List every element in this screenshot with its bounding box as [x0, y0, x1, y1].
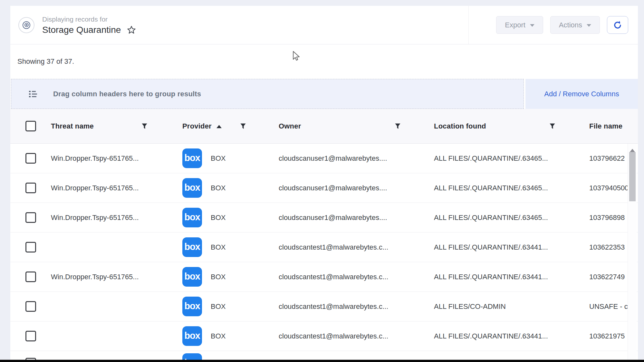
- column-header-owner[interactable]: Owner: [279, 122, 301, 130]
- column-header-threat-name[interactable]: Threat name: [51, 122, 94, 130]
- table-body: Win.Dropper.Tspy-651765... boxBOX clouds…: [10, 144, 638, 360]
- vertical-scrollbar[interactable]: [628, 144, 637, 360]
- box-logo-icon: box: [182, 353, 202, 360]
- row-checkbox[interactable]: [25, 301, 36, 312]
- panel-header: Displaying records for Storage Quarantin…: [10, 6, 638, 44]
- favorite-star-icon[interactable]: [127, 25, 136, 35]
- refresh-button[interactable]: [607, 16, 628, 34]
- provider-name: BOX: [211, 184, 226, 192]
- sort-ascending-icon: [216, 125, 222, 128]
- column-header-provider[interactable]: Provider: [182, 122, 212, 130]
- provider-name: BOX: [211, 273, 226, 281]
- column-header-location-found[interactable]: Location found: [434, 122, 486, 130]
- title-group: Displaying records for Storage Quarantin…: [18, 15, 136, 35]
- box-logo-icon: box: [182, 148, 202, 168]
- threat-name: Win.Dropper.Tspy-651765...: [51, 273, 139, 281]
- actions-label: Actions: [559, 21, 582, 29]
- file-name: 103622749: [589, 273, 625, 281]
- row-checkbox[interactable]: [25, 272, 36, 282]
- owner: cloudscanuser1@malwarebytes....: [279, 154, 387, 163]
- export-button[interactable]: Export: [496, 16, 543, 34]
- box-logo-icon: box: [182, 208, 202, 227]
- row-checkbox[interactable]: [25, 153, 36, 164]
- provider-name: BOX: [211, 302, 226, 311]
- threat-name: Win.Dropper.Tspy-651765...: [51, 184, 139, 192]
- table-row[interactable]: Win.Dropper.Tspy-651765... boxBOX clouds…: [10, 203, 638, 233]
- group-bar: Drag column headers here to group result…: [10, 79, 638, 109]
- filter-icon[interactable]: [549, 122, 556, 130]
- header-divider: [468, 6, 469, 44]
- owner: cloudscanuser1@malwarebytes....: [279, 184, 387, 192]
- file-name: UNSAFE - c: [589, 302, 628, 311]
- row-checkbox[interactable]: [25, 242, 36, 252]
- table-row[interactable]: Win.Dropper.Tspy-651765... boxBOX clouds…: [10, 144, 638, 173]
- actions-button[interactable]: Actions: [550, 16, 600, 34]
- filter-icon[interactable]: [239, 122, 247, 130]
- table-row[interactable]: Win.Dropper.Tspy-651765... boxBOX clouds…: [10, 173, 638, 203]
- location-found: ALL FILES/.QUARANTINE/.63465...: [434, 214, 548, 222]
- threat-name: Win.Dropper.Tspy-651765...: [51, 154, 139, 163]
- table-row[interactable]: boxBOX cloudscantest1@malwarebytes.c... …: [10, 233, 638, 262]
- table-header-row: Threat name Provider Owner Location foun…: [10, 109, 638, 144]
- location-found: ALL FILES/.QUARANTINE/.63441...: [434, 273, 548, 281]
- select-all-checkbox[interactable]: [25, 121, 36, 131]
- provider-name: BOX: [211, 214, 226, 222]
- row-checkbox[interactable]: [25, 331, 36, 341]
- record-count: Showing 37 of 37.: [17, 57, 74, 66]
- refresh-icon: [613, 20, 622, 30]
- location-found: ALL FILES/.QUARANTINE/.63441...: [434, 332, 548, 340]
- row-checkbox[interactable]: [25, 183, 36, 193]
- file-name: 103796622: [589, 154, 625, 163]
- chevron-down-icon: [587, 24, 591, 27]
- file-name: 1037940500: [589, 184, 629, 192]
- box-logo-icon: box: [182, 237, 202, 257]
- threat-name: Win.Dropper.Tspy-651765...: [51, 214, 139, 222]
- export-label: Export: [505, 21, 525, 29]
- owner: cloudscantest1@malwarebytes.c...: [279, 332, 388, 340]
- location-found: ALL FILES/CO-ADMIN: [434, 302, 506, 311]
- provider-name: BOX: [211, 332, 226, 340]
- filter-icon[interactable]: [394, 122, 401, 130]
- file-name: 103796898: [589, 214, 625, 222]
- box-logo-icon: box: [182, 326, 202, 346]
- provider-name: BOX: [211, 243, 226, 252]
- location-found: ALL FILES/.QUARANTINE/.63441...: [434, 243, 548, 252]
- owner: cloudscanuser1@malwarebytes....: [279, 214, 387, 222]
- owner: cloudscantest1@malwarebytes.c...: [279, 243, 388, 252]
- provider-name: BOX: [211, 154, 226, 163]
- row-checkbox[interactable]: [25, 212, 36, 223]
- box-logo-icon: box: [182, 297, 202, 316]
- storage-quarantine-panel: Displaying records for Storage Quarantin…: [10, 6, 638, 360]
- group-drop-zone[interactable]: Drag column headers here to group result…: [11, 79, 524, 109]
- chevron-down-icon: [530, 24, 534, 27]
- box-logo-icon: box: [182, 178, 202, 198]
- page-title: Storage Quarantine: [42, 25, 121, 35]
- box-logo-icon: box: [182, 267, 202, 287]
- drag-hint-text: Drag column headers here to group result…: [53, 90, 201, 98]
- scrollbar-thumb[interactable]: [629, 152, 636, 201]
- table-row[interactable]: boxBOX cloudscantest1@malwarebytes.c... …: [10, 321, 638, 351]
- table-row[interactable]: box: [10, 351, 638, 360]
- subtitle: Displaying records for: [42, 15, 136, 24]
- owner: cloudscantest1@malwarebytes.c...: [279, 302, 388, 311]
- group-by-icon: [29, 90, 38, 98]
- record-type-bullseye-icon: [18, 17, 34, 33]
- owner: cloudscantest1@malwarebytes.c...: [279, 273, 388, 281]
- location-found: ALL FILES/.QUARANTINE/.63465...: [434, 154, 548, 163]
- file-name: 103621975: [589, 332, 625, 340]
- table-row[interactable]: boxBOX cloudscantest1@malwarebytes.c... …: [10, 292, 638, 321]
- scroll-up-arrow-icon[interactable]: [630, 149, 635, 152]
- column-header-file-name[interactable]: File name: [589, 122, 622, 130]
- file-name: 103622353: [589, 243, 625, 252]
- header-actions: Export Actions: [496, 16, 628, 34]
- table-row[interactable]: Win.Dropper.Tspy-651765... boxBOX clouds…: [10, 262, 638, 292]
- location-found: ALL FILES/.QUARANTINE/.63465...: [434, 184, 548, 192]
- add-remove-columns-link[interactable]: Add / Remove Columns: [525, 79, 638, 109]
- filter-icon[interactable]: [141, 122, 148, 130]
- bottom-black-bar: [0, 360, 644, 362]
